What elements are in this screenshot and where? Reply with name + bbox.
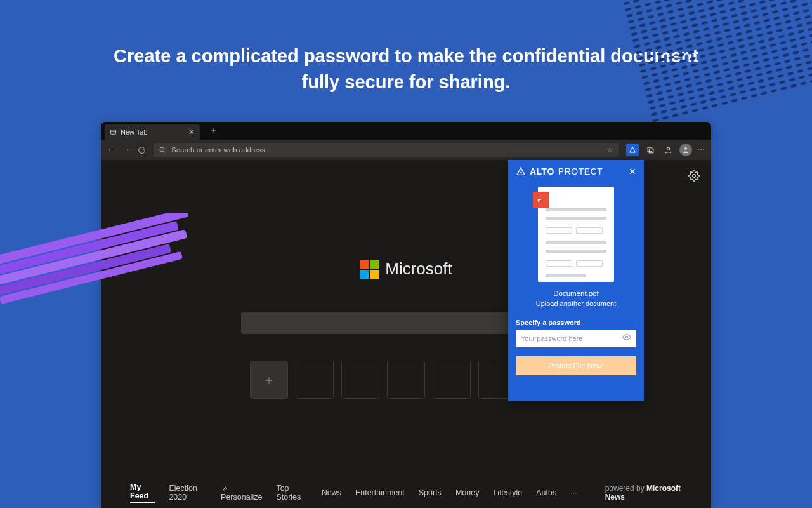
tab-close-icon[interactable]: ✕ — [188, 128, 195, 137]
add-quick-link-tile[interactable]: ＋ — [250, 361, 288, 399]
nav-item-autos[interactable]: Autos — [536, 488, 556, 497]
nav-item-news[interactable]: News — [322, 488, 341, 497]
nav-item-entertainment[interactable]: Entertainment — [355, 488, 405, 497]
news-nav: My Feed Election 2020 Personalize Top St… — [101, 483, 711, 503]
nav-item-top-stories[interactable]: Top Stories — [276, 484, 307, 502]
nav-refresh-button[interactable] — [138, 146, 146, 154]
quick-link-tile[interactable] — [296, 361, 334, 399]
password-label: Specify a password — [516, 319, 636, 326]
nav-item-money[interactable]: Money — [455, 488, 480, 497]
panel-header: ALTOPROTECT ✕ — [508, 160, 644, 183]
svg-point-17 — [625, 336, 628, 338]
svg-rect-7 — [110, 130, 115, 133]
altoprotect-extension-icon[interactable] — [626, 144, 639, 156]
microsoft-wordmark: Microsoft — [385, 259, 452, 279]
password-field-wrapper — [516, 330, 636, 347]
svg-rect-12 — [649, 149, 653, 153]
svg-point-15 — [693, 175, 696, 178]
pdf-badge-icon — [533, 192, 549, 208]
panel-close-icon[interactable]: ✕ — [629, 166, 636, 177]
quick-link-tile[interactable] — [387, 361, 425, 399]
profile-avatar[interactable] — [679, 144, 692, 156]
settings-gear-icon[interactable] — [688, 170, 700, 184]
quick-link-tile[interactable] — [341, 361, 379, 399]
nav-item-personalize[interactable]: Personalize — [221, 484, 262, 502]
favorite-icon[interactable]: ☆ — [606, 145, 613, 154]
browser-window: New Tab ✕ ＋ ← → Search or enter web addr… — [101, 122, 711, 508]
newtab-content: Microsoft ＋ My Feed Election 2020 Person… — [101, 160, 711, 508]
nav-item-my-feed[interactable]: My Feed — [130, 483, 155, 503]
personalize-icon — [221, 485, 228, 492]
altoprotect-panel: ALTOPROTECT ✕ Document.pdf Upload anothe… — [508, 160, 644, 401]
reveal-password-icon[interactable] — [622, 333, 631, 344]
panel-brand: ALTOPROTECT — [530, 166, 603, 177]
toolbar: ← → Search or enter web address ☆ ⋯ — [101, 140, 711, 160]
svg-point-13 — [667, 147, 669, 150]
svg-rect-1 — [622, 0, 812, 124]
address-bar[interactable]: Search or enter web address ☆ — [154, 143, 619, 157]
overflow-menu-icon[interactable]: ⋯ — [697, 145, 705, 154]
nav-item-election[interactable]: Election 2020 — [169, 484, 207, 502]
feedback-icon[interactable] — [662, 144, 674, 156]
nav-back-button[interactable]: ← — [107, 145, 115, 154]
tab-strip: New Tab ✕ ＋ — [101, 122, 711, 140]
nav-item-lifestyle[interactable]: Lifestyle — [493, 488, 522, 497]
nav-more-icon[interactable]: ··· — [570, 488, 577, 497]
svg-rect-11 — [648, 147, 652, 152]
decorative-texture — [622, 0, 812, 124]
powered-by-label: powered by Microsoft News — [605, 484, 682, 502]
search-icon — [159, 146, 166, 154]
upload-another-link[interactable]: Upload another document — [508, 300, 644, 307]
promo-headline: Create a complicated password to make th… — [95, 0, 717, 95]
collections-icon[interactable] — [644, 144, 657, 156]
tab-page-icon — [110, 129, 117, 136]
nav-item-sports[interactable]: Sports — [419, 488, 442, 497]
svg-point-9 — [160, 147, 164, 152]
microsoft-logo-icon — [360, 260, 379, 279]
tab-new-tab[interactable]: New Tab ✕ — [105, 124, 200, 140]
password-input[interactable] — [521, 335, 622, 342]
protect-file-button[interactable]: Protect File Now! — [516, 356, 636, 375]
nav-forward-button[interactable]: → — [122, 145, 130, 154]
altoprotect-logo-icon — [516, 166, 526, 177]
microsoft-logo: Microsoft — [360, 259, 452, 279]
address-bar-placeholder: Search or enter web address — [171, 146, 265, 154]
svg-line-10 — [164, 151, 165, 152]
new-tab-button[interactable]: ＋ — [205, 125, 221, 137]
tab-title: New Tab — [121, 128, 148, 136]
file-name-label: Document.pdf — [508, 290, 644, 297]
quick-link-tile[interactable] — [433, 361, 471, 399]
document-preview — [538, 187, 614, 282]
svg-point-14 — [684, 147, 687, 150]
